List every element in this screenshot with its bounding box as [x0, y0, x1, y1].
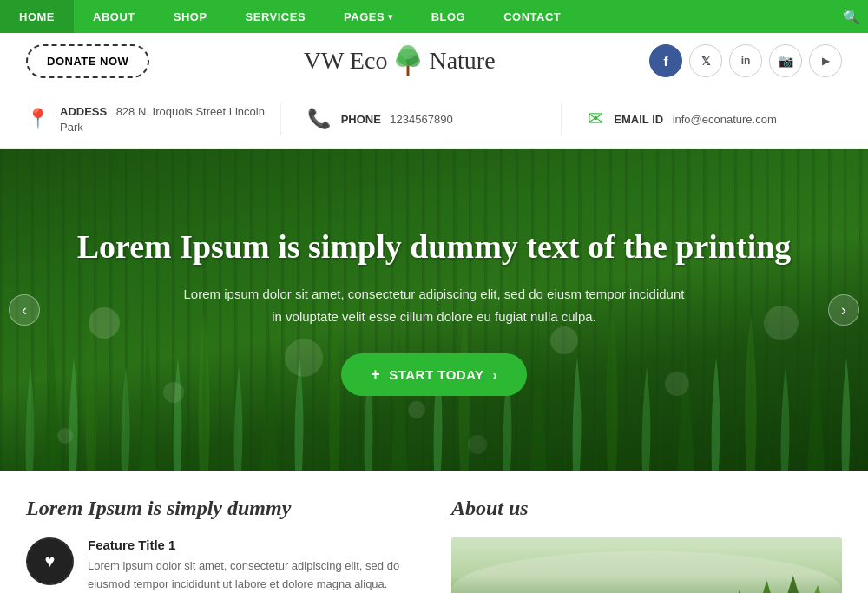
social-twitter[interactable]: 𝕏 [689, 44, 722, 77]
carousel-prev-button[interactable]: ‹ [9, 294, 40, 326]
social-linkedin[interactable]: in [729, 44, 762, 77]
feature-icon-circle: ♥ [26, 537, 74, 585]
email-icon: ✉ [588, 108, 603, 130]
nav-home[interactable]: HOME [0, 0, 74, 33]
address-info: 📍 ADDESS 828 N. Iroquois Street Lincoln … [26, 98, 280, 140]
nav-contact[interactable]: CONTACT [484, 0, 580, 33]
nav-services[interactable]: SERVICES [227, 0, 326, 33]
features-title: Lorem Ipsum is simply dummy [26, 497, 417, 520]
svg-marker-18 [773, 576, 812, 593]
address-label: ADDESS [60, 105, 107, 118]
logo-tree-icon [391, 43, 425, 78]
main-nav: HOME ABOUT SHOP SERVICES PAGES ▾ BLOG CO… [0, 0, 868, 33]
svg-marker-16 [725, 590, 754, 593]
svg-marker-19 [798, 585, 837, 593]
hero-description: Lorem ipsum dolor sit amet, consectetur … [0, 283, 868, 327]
location-icon: 📍 [26, 108, 49, 130]
youtube-icon: ▶ [822, 55, 830, 67]
feature-content: Feature Title 1 Lorem ipsum dolor sit am… [88, 537, 417, 593]
heart-icon: ♥ [45, 551, 56, 571]
nav-pages[interactable]: PAGES ▾ [325, 0, 412, 33]
logo-text-2: Nature [429, 47, 495, 75]
nav-shop[interactable]: SHOP [155, 0, 227, 33]
bottom-section: Lorem Ipsum is simply dummy ♥ Feature Ti… [0, 471, 868, 593]
logo-text-1: VW Eco [304, 47, 388, 75]
feature-item: ♥ Feature Title 1 Lorem ipsum dolor sit … [26, 537, 417, 593]
arrow-icon: › [493, 368, 497, 382]
svg-point-4 [400, 45, 416, 59]
cta-label: START TODAY [389, 367, 483, 382]
email-label: EMAIL ID [614, 113, 663, 126]
hero-content: Lorem Ipsum is simply dummy text of the … [0, 149, 868, 396]
hero-section: Lorem Ipsum is simply dummy text of the … [0, 149, 868, 471]
features-section: Lorem Ipsum is simply dummy ♥ Feature Ti… [26, 497, 417, 593]
phone-value: 1234567890 [390, 113, 452, 126]
about-title: About us [451, 497, 842, 520]
plus-icon: + [371, 366, 380, 384]
nav-about[interactable]: ABOUT [74, 0, 155, 33]
linkedin-icon: in [741, 55, 751, 67]
facebook-icon: f [664, 54, 668, 69]
feature-description: Lorem ipsum dolor sit amet, consectetur … [88, 557, 417, 593]
phone-label: PHONE [341, 113, 381, 126]
about-section: About us [451, 497, 842, 593]
about-image [451, 537, 842, 593]
phone-icon: 📞 [307, 108, 331, 130]
chevron-down-icon: ▾ [388, 12, 393, 22]
hero-title: Lorem Ipsum is simply dummy text of the … [0, 227, 868, 266]
site-logo: VW Eco Nature [304, 43, 496, 78]
site-header: DONATE NOW VW Eco Nature f 𝕏 in 📷 ▶ [0, 33, 868, 89]
social-youtube[interactable]: ▶ [809, 44, 842, 77]
twitter-icon: 𝕏 [701, 55, 710, 68]
phone-info: 📞 PHONE 1234567890 [280, 102, 562, 135]
svg-marker-17 [749, 580, 785, 593]
instagram-icon: 📷 [779, 54, 793, 68]
social-icons: f 𝕏 in 📷 ▶ [649, 44, 842, 77]
info-bar: 📍 ADDESS 828 N. Iroquois Street Lincoln … [0, 89, 868, 149]
nav-items: HOME ABOUT SHOP SERVICES PAGES ▾ BLOG CO… [0, 0, 835, 33]
start-today-button[interactable]: + START TODAY › [341, 353, 527, 396]
social-facebook[interactable]: f [649, 44, 682, 77]
email-value: info@econature.com [673, 113, 777, 126]
carousel-next-button[interactable]: › [828, 294, 859, 326]
email-info: ✉ EMAIL ID info@econature.com [561, 102, 842, 135]
search-icon[interactable]: 🔍 [835, 0, 868, 33]
nav-blog[interactable]: BLOG [412, 0, 485, 33]
feature-title: Feature Title 1 [88, 537, 417, 552]
donate-now-button[interactable]: DONATE NOW [26, 44, 149, 78]
social-instagram[interactable]: 📷 [769, 44, 802, 77]
